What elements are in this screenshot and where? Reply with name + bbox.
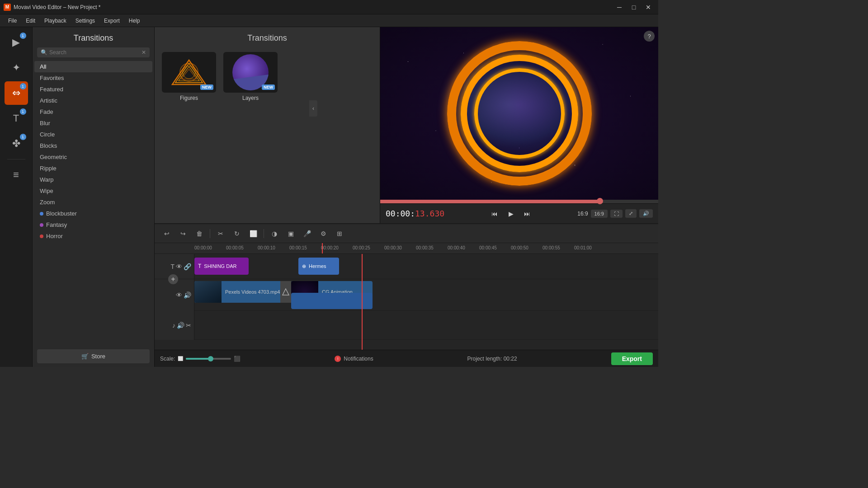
text-clip-hermes[interactable]: ⊕ Hermes bbox=[298, 258, 339, 275]
sidebar-icon-media[interactable]: ▶ 1 bbox=[5, 31, 28, 54]
main-layout: ▶ 1 ✦ ⇔ 1 T 1 ✤ 1 ≡ Transitions 🔍 ✕ bbox=[0, 27, 658, 367]
menu-settings[interactable]: Settings bbox=[71, 16, 99, 26]
audio-mute-icon[interactable]: ✂ bbox=[186, 322, 191, 329]
transition-figures[interactable]: NEW Figures bbox=[162, 52, 216, 101]
category-circle[interactable]: Circle bbox=[34, 129, 152, 140]
fullscreen-expand-button[interactable]: ⤢ bbox=[625, 209, 637, 218]
video-thumb-inner-1 bbox=[194, 281, 222, 303]
ruler-mark-6: 00:00:30 bbox=[384, 245, 402, 250]
blockbuster-dot bbox=[40, 212, 43, 216]
collapse-panel-button[interactable]: ‹ bbox=[309, 100, 317, 117]
category-fantasy[interactable]: Fantasy bbox=[34, 219, 152, 230]
skip-to-start-button[interactable]: ⏮ bbox=[487, 206, 502, 221]
help-button[interactable]: ? bbox=[644, 31, 655, 42]
play-pause-button[interactable]: ▶ bbox=[504, 206, 518, 221]
highlight-button[interactable]: ▣ bbox=[284, 227, 297, 240]
menu-edit[interactable]: Edit bbox=[21, 16, 40, 26]
video-clip-pexels[interactable]: Pexels Videos 4703.mp4 bbox=[194, 281, 284, 303]
search-input[interactable] bbox=[49, 49, 142, 56]
playback-buttons: ⏮ ▶ ⏭ bbox=[487, 206, 534, 221]
video-track-audio-icon[interactable]: 🔊 bbox=[184, 291, 191, 299]
text-track-link-icon[interactable]: 🔗 bbox=[184, 263, 191, 270]
ruler-mark-8: 00:00:40 bbox=[448, 245, 465, 250]
category-zoom[interactable]: Zoom bbox=[34, 197, 152, 208]
text-track-content: T SHINING DAR ⊕ Hermes bbox=[194, 254, 658, 279]
category-horror[interactable]: Horror bbox=[34, 230, 152, 242]
aspect-ratio-button[interactable]: 16:9 bbox=[591, 210, 608, 218]
timeline-toolbar: ↩ ↪ 🗑 ✂ ↻ ⬜ ◑ ▣ 🎤 ⚙ ⊞ bbox=[155, 224, 658, 243]
sidebar-icon-filters[interactable]: ≡ bbox=[5, 163, 28, 187]
audio-volume-icon[interactable]: 🔊 bbox=[177, 322, 184, 329]
category-favorites[interactable]: Favorites bbox=[34, 72, 152, 84]
notifications-button[interactable]: ! Notifications bbox=[335, 356, 373, 362]
color-button[interactable]: ◑ bbox=[268, 227, 281, 240]
aspect-controls: 16:9 16:9 ⛶ ⤢ 🔊 bbox=[577, 209, 653, 218]
menu-export[interactable]: Export bbox=[99, 16, 124, 26]
transitions-panel-title: Transitions bbox=[33, 27, 154, 47]
app-title: Movavi Video Editor – New Project * bbox=[14, 4, 101, 10]
scale-slider[interactable] bbox=[186, 358, 231, 360]
title-bar: M Movavi Video Editor – New Project * ─ … bbox=[0, 0, 658, 14]
category-wipe[interactable]: Wipe bbox=[34, 185, 152, 197]
fullscreen-button[interactable]: ⛶ bbox=[610, 210, 623, 218]
category-warp[interactable]: Warp bbox=[34, 174, 152, 185]
progress-handle[interactable] bbox=[597, 198, 603, 204]
menu-help[interactable]: Help bbox=[124, 16, 145, 26]
category-geometric[interactable]: Geometric bbox=[34, 151, 152, 163]
close-button[interactable]: ✕ bbox=[642, 2, 655, 12]
text-clip-shining[interactable]: T SHINING DAR bbox=[194, 258, 249, 275]
maximize-button[interactable]: □ bbox=[627, 2, 640, 12]
cut-button[interactable]: ✂ bbox=[214, 227, 227, 240]
transition-layers[interactable]: NEW Layers bbox=[223, 52, 278, 101]
scale-control: Scale: ⬜ ⬛ bbox=[160, 356, 241, 362]
video-icon: ▶ bbox=[12, 37, 20, 48]
category-blockbuster[interactable]: Blockbuster bbox=[34, 208, 152, 219]
sidebar-icon-effects[interactable]: ✦ bbox=[5, 56, 28, 80]
transitions-grid-area: Transitions bbox=[155, 27, 380, 223]
preview-progress-bar[interactable] bbox=[380, 200, 658, 203]
delete-button[interactable]: 🗑 bbox=[193, 227, 206, 240]
sidebar-icon-transitions[interactable]: ⇔ 1 bbox=[5, 81, 28, 105]
sidebar-icon-elements[interactable]: ✤ 1 bbox=[5, 132, 28, 155]
rotate-button[interactable]: ↻ bbox=[230, 227, 244, 240]
category-blur[interactable]: Blur bbox=[34, 117, 152, 129]
add-track-button[interactable]: + bbox=[168, 274, 178, 284]
store-button[interactable]: 🛒 Store bbox=[37, 349, 150, 363]
category-blocks[interactable]: Blocks bbox=[34, 140, 152, 151]
minimize-button[interactable]: ─ bbox=[613, 2, 626, 12]
clear-search-icon[interactable]: ✕ bbox=[142, 49, 146, 56]
undo-button[interactable]: ↩ bbox=[160, 227, 174, 240]
titles-badge: 1 bbox=[20, 108, 26, 115]
menu-file[interactable]: File bbox=[4, 16, 21, 26]
category-all[interactable]: All bbox=[34, 61, 152, 72]
category-fade[interactable]: Fade bbox=[34, 106, 152, 117]
category-featured[interactable]: Featured bbox=[34, 84, 152, 95]
transition-marker[interactable] bbox=[280, 281, 291, 303]
scale-slider-thumb[interactable] bbox=[208, 356, 213, 361]
toolbar-separator-2 bbox=[264, 229, 264, 238]
menu-playback[interactable]: Playback bbox=[40, 16, 71, 26]
redo-button[interactable]: ↪ bbox=[176, 227, 190, 240]
settings-button[interactable]: ⚙ bbox=[316, 227, 330, 240]
category-artistic[interactable]: Artistic bbox=[34, 95, 152, 106]
crop-button[interactable]: ⬜ bbox=[246, 227, 260, 240]
audio-note-icon: ♪ bbox=[172, 322, 175, 329]
volume-button[interactable]: 🔊 bbox=[639, 209, 653, 218]
mic-button[interactable]: 🎤 bbox=[300, 227, 314, 240]
bottom-bar: Scale: ⬜ ⬛ ! Notifications Project lengt… bbox=[155, 350, 658, 367]
category-ripple[interactable]: Ripple bbox=[34, 163, 152, 174]
text-clip-label: SHINING DAR bbox=[204, 263, 236, 269]
timecode-prefix: 00:00: bbox=[386, 209, 415, 218]
export-button[interactable]: Export bbox=[611, 352, 653, 365]
elements-badge: 1 bbox=[20, 134, 26, 140]
preview-frame: ? bbox=[380, 27, 658, 200]
text-track-visibility-icon[interactable]: 👁 bbox=[176, 263, 182, 270]
adjust-button[interactable]: ⊞ bbox=[333, 227, 346, 240]
video-track-visibility-icon[interactable]: 👁 bbox=[176, 291, 182, 299]
preview-video: ? bbox=[380, 27, 658, 200]
sidebar-icon-titles[interactable]: T 1 bbox=[5, 107, 28, 130]
skip-to-end-button[interactable]: ⏭ bbox=[520, 206, 534, 221]
sidebar-divider bbox=[7, 159, 25, 160]
preview-area: ? 00:00:13.630 ⏮ ▶ ⏭ bbox=[380, 27, 658, 223]
video-clip-3[interactable] bbox=[291, 293, 373, 309]
